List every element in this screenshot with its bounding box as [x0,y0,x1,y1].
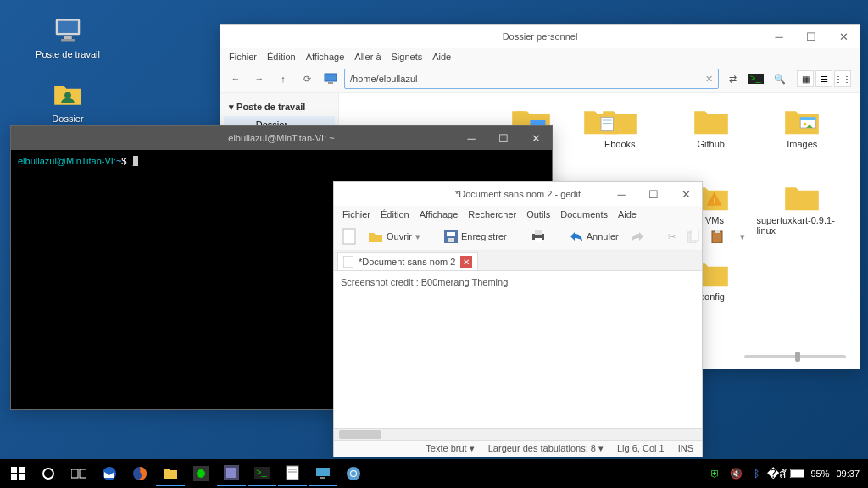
bluetooth-icon[interactable]: ᛒ [749,467,763,480]
files-button[interactable] [156,461,185,486]
scrollbar-thumb[interactable] [339,430,381,439]
menu-item[interactable]: Aide [618,209,637,219]
print-button[interactable] [527,229,549,244]
compact-view-button[interactable]: ⋮⋮ [834,70,851,87]
open-button[interactable]: Ouvrir ▾ [364,228,424,245]
folder-item[interactable]: Images [757,105,849,181]
sidebar-header[interactable]: ▾ Poste de travail [224,98,335,116]
app-button[interactable] [186,461,215,486]
start-button[interactable] [3,461,32,486]
menu-item[interactable]: Affichage [306,52,345,62]
status-syntax[interactable]: Texte brut ▾ [426,443,474,454]
chromium-button[interactable] [339,461,368,486]
copy-button[interactable] [684,228,703,245]
menu-item[interactable]: Documents [560,209,608,219]
svg-rect-24 [535,230,542,235]
search-button[interactable]: 🔍 [770,69,790,89]
menu-item[interactable]: Affichage [420,209,459,219]
cut-button[interactable]: ✂ [665,230,679,244]
svg-point-41 [197,469,205,478]
new-doc-button[interactable] [339,226,359,247]
folder-open-icon [368,230,383,243]
maximize-button[interactable]: ☐ [795,25,827,48]
wifi-icon[interactable]: �สั [770,467,783,480]
file-tab[interactable]: *Document sans nom 2 ✕ [337,252,478,270]
taskview-button[interactable] [64,461,93,486]
menu-item[interactable]: Fichier [342,209,370,219]
printer-icon [531,230,546,242]
tab-close-button[interactable]: ✕ [460,256,472,268]
clear-path-icon[interactable]: ✕ [705,74,713,85]
app-icon [193,466,209,481]
zoom-slider[interactable] [744,355,846,358]
terminal-task-button[interactable]: >_ [248,461,276,486]
menu-item[interactable]: Fichier [229,52,257,62]
chevron-down-icon[interactable]: ▾ [737,230,748,244]
volume-icon[interactable]: 🔇 [729,467,743,480]
svg-rect-2 [64,36,72,39]
svg-rect-55 [791,470,804,477]
taskview-icon [71,468,86,480]
settings-button[interactable] [217,461,246,486]
close-button[interactable]: ✕ [827,25,860,48]
folder-item[interactable]: Github [665,105,757,181]
status-position: Lig 6, Col 1 [617,443,665,454]
nav-back-button[interactable]: ← [225,69,246,89]
computer-icon[interactable] [320,69,341,89]
menu-item[interactable]: Aller à [354,52,381,62]
nav-forward-button[interactable]: → [249,69,270,89]
file-manager-titlebar[interactable]: Dossier personnel ─ ☐ ✕ [220,25,860,48]
folder-item[interactable] [571,105,631,139]
settings-icon [224,465,239,480]
save-button[interactable]: Enregistrer [441,228,510,245]
reload-button[interactable]: ⟳ [297,69,317,89]
svg-point-4 [64,92,71,99]
redo-button[interactable] [627,229,648,244]
cortana-button[interactable] [34,461,63,486]
svg-point-16 [804,123,807,126]
svg-rect-19 [343,229,355,244]
toggle-path-button[interactable]: ⇄ [722,69,743,89]
list-view-button[interactable]: ☰ [815,70,832,87]
paste-button[interactable] [708,228,726,245]
icon-view-button[interactable]: ▦ [797,70,814,87]
svg-rect-30 [343,256,353,268]
menu-item[interactable]: Outils [526,209,550,219]
minimize-button[interactable]: ─ [455,126,487,150]
firefox-button[interactable] [125,461,154,486]
horizontal-scrollbar[interactable] [334,428,702,440]
menu-item[interactable]: Édition [381,209,409,219]
shield-icon[interactable]: ⛨ [709,467,722,480]
close-button[interactable]: ✕ [520,126,552,150]
menu-item[interactable]: Aide [432,52,451,62]
path-input[interactable]: /home/elbullazul ✕ [344,69,719,89]
display-button[interactable] [309,461,337,486]
gedit-titlebar[interactable]: *Document sans nom 2 - gedit ─ ☐ ✕ [334,182,702,206]
svg-text:>_: >_ [750,74,761,83]
svg-rect-21 [447,232,455,236]
window-title: elbullazul@MinTitan-VI: ~ [228,133,334,143]
menu-item[interactable]: Signets [392,52,423,62]
battery-icon[interactable] [790,467,804,480]
thunderbird-button[interactable] [95,461,124,486]
clock[interactable]: 09:37 [836,469,860,479]
undo-button[interactable]: Annuler [566,229,622,244]
terminal-here-button[interactable]: >_ [746,69,766,89]
svg-point-35 [43,469,53,479]
status-tabs[interactable]: Largeur des tabulations: 8 ▾ [488,443,604,454]
gedit-task-button[interactable] [278,461,307,486]
document-icon [342,228,356,245]
desktop-icon-computer[interactable]: Poste de travail [34,14,102,59]
editor-area[interactable]: Screenshot credit : B00merang Theming [334,271,702,428]
minimize-button[interactable]: ─ [605,182,637,206]
menu-item[interactable]: Édition [267,52,296,62]
close-button[interactable]: ✕ [670,182,702,206]
maximize-button[interactable]: ☐ [637,182,670,206]
maximize-button[interactable]: ☐ [487,126,520,150]
folder-item[interactable]: supertuxkart-0.9.1-linux [757,181,849,258]
menu-item[interactable]: Rechercher [468,209,516,219]
svg-rect-33 [11,474,17,480]
nav-up-button[interactable]: ↑ [273,69,293,89]
minimize-button[interactable]: ─ [763,25,795,48]
terminal-titlebar[interactable]: elbullazul@MinTitan-VI: ~ ─ ☐ ✕ [11,126,552,150]
